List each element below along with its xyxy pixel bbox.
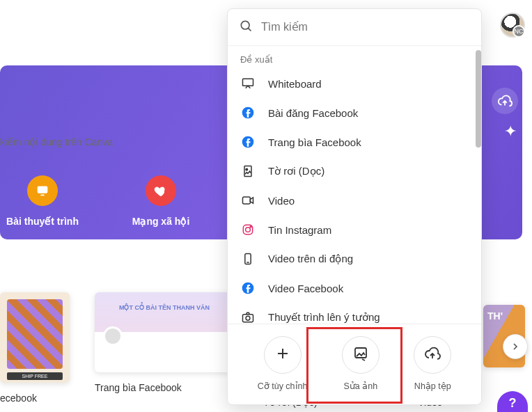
template-banner-text: MỘT CỎ BÀI TÊN THANH VĂN [95,292,234,323]
avatar-badge: NC [513,25,525,38]
svg-point-11 [246,228,251,232]
suggestion-instagram-story[interactable]: Tin Instagram [228,215,481,244]
upload-icon [424,345,441,365]
camera-icon [240,310,256,323]
action-label: Sửa ảnh [342,381,380,391]
help-fab[interactable]: ? [497,391,528,412]
template-row: SHIP FREE ecebook MỘT CỎ BÀI TÊN THANH V… [0,292,234,404]
svg-rect-7 [244,166,251,177]
suggestion-label: Video Facebook [268,283,343,294]
action-label: Cỡ tùy chỉnh [258,381,308,391]
help-icon: ? [509,396,517,411]
plus-icon [274,345,291,365]
action-import-file[interactable]: Nhập tệp [414,336,451,391]
suggestion-video[interactable]: Video [228,186,481,215]
action-label: Nhập tệp [414,381,451,391]
suggestion-label: Tờ rơi (Dọc) [268,165,324,177]
hero-title: ảm ơn bạn vì là 1 của [0,14,242,42]
svg-rect-15 [243,315,253,322]
suggestion-brainstorm-presentation[interactable]: Thuyết trình lên ý tưởng [228,303,481,323]
video-icon [240,193,256,208]
category-label: Mạng xã hội [123,216,199,227]
template-card[interactable]: MỘT CỎ BÀI TÊN THANH VĂN Trang bìa Faceb… [95,292,234,404]
suggestion-label: Whiteboard [268,78,322,90]
svg-rect-1 [40,195,45,196]
panel-actions-row: Cỡ tùy chỉnh Sửa ảnh Nhập tệp [228,324,481,404]
scrollbar-thumb[interactable] [476,50,481,148]
category-social[interactable]: Mạng xã hội [123,175,199,227]
facebook-icon [240,280,256,296]
facebook-icon [240,105,256,120]
svg-rect-0 [38,187,48,193]
template-peek-text: TH' [487,310,503,322]
svg-point-3 [241,21,249,29]
suggestion-label: Bài đăng Facebook [268,107,358,119]
svg-rect-9 [243,197,251,204]
scrollbar[interactable] [476,46,481,323]
template-label: Trang bìa Facebook [95,382,234,393]
svg-rect-4 [243,79,253,86]
action-custom-size[interactable]: Cỡ tùy chỉnh [258,336,308,391]
hero-search-hint[interactable]: kiếm nội dung trên Canva [0,136,113,148]
sparkle-icon: ✦ [504,122,517,141]
image-icon [352,345,369,365]
suggestion-video-facebook[interactable]: Video Facebook [228,274,481,303]
template-card[interactable]: SHIP FREE ecebook [0,292,70,404]
svg-point-12 [250,226,251,228]
category-label: Bài thuyết trình [4,216,81,227]
category-presentation[interactable]: Bài thuyết trình [4,175,81,227]
template-caption: SHIP FREE [7,372,63,380]
suggestion-label: Video trên di động [268,253,353,265]
suggestion-label: Trang bìa Facebook [268,136,361,148]
whiteboard-icon [240,76,256,91]
suggestion-label: Video [268,195,295,207]
scroll-right-button[interactable] [503,334,528,359]
search-input[interactable] [261,21,470,33]
avatar[interactable]: NC [500,13,525,38]
panel-heading: Đề xuất [228,46,481,69]
search-icon [239,19,261,35]
create-dropdown-panel: Đề xuất Whiteboard Bài đăng Facebook Tra… [227,8,482,405]
mobile-icon [240,251,256,267]
template-label: ecebook [0,393,70,404]
svg-point-16 [246,316,250,320]
suggestion-mobile-video[interactable]: Video trên di động [228,244,481,274]
svg-point-8 [246,168,248,171]
upload-shortcut-button[interactable] [492,88,518,114]
suggestion-label: Tin Instagram [268,224,331,236]
suggestion-label: Thuyết trình lên ý tưởng [268,311,380,323]
instagram-icon [240,222,256,237]
suggestion-facebook-post[interactable]: Bài đăng Facebook [228,98,481,127]
suggestion-whiteboard[interactable]: Whiteboard [228,69,481,98]
suggestion-facebook-cover[interactable]: Trang bìa Facebook [228,127,481,157]
panel-search-row[interactable] [228,9,481,46]
suggestion-flyer[interactable]: Tờ rơi (Dọc) [228,157,481,186]
flyer-icon [240,164,256,179]
facebook-icon [240,134,256,150]
action-edit-photo[interactable]: Sửa ảnh [342,336,380,391]
